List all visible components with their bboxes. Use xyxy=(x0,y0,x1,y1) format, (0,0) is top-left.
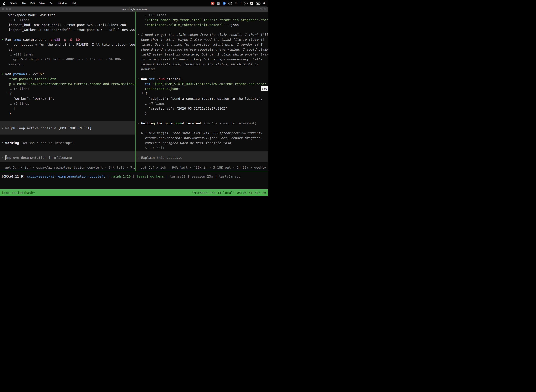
terminal-text-segment: … +7 lines xyxy=(145,102,165,105)
terminal-line: ↳ 1 new msg(s): read $OMX_TEAM_STATE_ROO… xyxy=(141,131,263,135)
terminal-text-segment: Waiting for backg xyxy=(141,121,174,125)
terminal-line: gpt-5.4 xhigh · essay/ai-reimplementatio… xyxy=(5,165,135,170)
zoom-button[interactable] xyxy=(9,8,11,10)
minimize-button[interactable] xyxy=(6,8,8,10)
menu-app-name[interactable]: Slack xyxy=(10,2,17,5)
terminal-content: workspace_mode: worktree… +9 linesinspec… xyxy=(0,12,268,196)
omx-hud-statusline: [OMX#0.11.9] cczip/essay/ai-reimplementa… xyxy=(0,174,268,179)
terminal-line: tasks/task-2.json" xyxy=(145,86,180,91)
terminal-text-segment: inspect_hud: omx sparkshell --tmux-pane … xyxy=(9,23,126,27)
right-pane[interactable]: … +16 lines'{"team_name":"my-team","task… xyxy=(136,12,268,171)
dots-grid-icon[interactable]: ⠿ xyxy=(235,2,237,5)
terminal-line: • Working (6m 38s • esc to interrupt) xyxy=(1,140,74,145)
terminal-line: should send a message before completing … xyxy=(141,47,268,52)
terminal-line: • Ran tmux capture-pane -t %25 -p -S -80 xyxy=(1,37,80,42)
terminal-text-segment: • xyxy=(1,72,5,76)
terminal-text-segment: session:23m xyxy=(191,175,213,178)
terminal-text-segment: (6m 38s • esc to interrupt) xyxy=(21,141,74,145)
pane-bottom-divider xyxy=(0,171,268,171)
terminal-text-segment: cat xyxy=(145,82,153,86)
menu-edit[interactable]: Edit xyxy=(30,2,35,5)
meter-61-icon[interactable]: 61 xyxy=(244,2,248,5)
blue-app-icon[interactable] xyxy=(223,2,226,5)
terminal-text-segment: | xyxy=(213,175,219,178)
terminal-text-segment: … +3 lines xyxy=(10,87,29,91)
menu-window[interactable]: Window xyxy=(58,2,67,5)
left-pane-content: workspace_mode: worktree… +9 linesinspec… xyxy=(0,12,135,171)
circle-app-icon[interactable] xyxy=(228,2,232,5)
menu-bar-left: Slack File Edit View Go Window Help xyxy=(0,2,77,5)
terminal-text-segment: I need to get the claim token from the c… xyxy=(141,33,268,37)
terminal-line: inspect task2's JSON, focusing on the st… xyxy=(141,62,258,67)
terminal-text-segment: › xyxy=(1,126,5,130)
terminal-text-segment: pipefail xyxy=(167,77,182,81)
terminal-line: "worker": "worker-1", xyxy=(13,96,54,101)
terminal-line: "subject": "send a concise recommendatio… xyxy=(149,96,262,101)
terminal-line: later. Using the same for transition mig… xyxy=(141,42,263,47)
terminal-text-segment: ] xyxy=(13,107,15,110)
terminal-line: • I need to get the claim token from the… xyxy=(137,32,268,37)
terminal-text-segment: set xyxy=(149,77,157,81)
terminal-window: omx --xhigh --madmax ⌥⌘1 workspace_mode:… xyxy=(0,6,268,196)
terminal-text-segment: | xyxy=(164,175,170,178)
terminal-text-segment: inspect task2's JSON, focusing on the st… xyxy=(141,62,258,66)
menu-go[interactable]: Go xyxy=(50,2,53,5)
apple-leaf-icon xyxy=(4,2,5,3)
menu-help[interactable]: Help xyxy=(72,2,77,5)
tmux-status-bar: [omx-cczip0:bash* "MacBook-Pro-44.local"… xyxy=(0,189,268,196)
terminal-text-segment: Ran xyxy=(5,72,13,76)
terminal-line: … +9 lines xyxy=(10,101,29,106)
terminal-text-segment: tasks/task-2.json" xyxy=(145,87,180,91)
screen-recording-stop-icon[interactable] xyxy=(211,2,214,5)
terminal-text-segment: python3 xyxy=(13,72,29,76)
apple-menu-icon[interactable] xyxy=(3,2,5,5)
terminal-line: › Explain this codebase xyxy=(137,155,182,160)
terminal-line: task2 after task1 is complete, but can I… xyxy=(141,52,268,57)
terminal-text-segment: } xyxy=(145,112,147,115)
screen-overlay-tooltip[interactable]: Scre xyxy=(261,86,268,91)
terminal-line: inspect_hud: omx sparkshell --tmux-pane … xyxy=(9,23,126,27)
menu-view[interactable]: View xyxy=(39,2,45,5)
terminal-text-segment: pending. xyxy=(141,67,157,71)
terminal-line: › Improve documentation in @filename xyxy=(1,155,72,160)
terminal-line: pending. xyxy=(141,67,157,72)
terminal-text-segment: 1 new msg(s): read $OMX_TEAM_STATE_ROOT/… xyxy=(145,131,262,135)
fan-icon[interactable]: ✱ xyxy=(263,2,266,5)
terminal-text-segment: --json xyxy=(227,23,239,27)
terminal-text-segment: gpt-5.4 xhigh · 94% left · 488K in · 5.1… xyxy=(141,166,268,169)
terminal-line: "completed","claim_token":"claim-token"}… xyxy=(145,23,239,27)
terminal-line: p = Path('.omx/state/team/review-current… xyxy=(9,81,135,86)
terminal-line: continue assigned work or next feasible … xyxy=(145,140,233,145)
terminal-text-segment: at xyxy=(9,48,12,51)
terminal-text-segment: "completed","claim_token":"claim-token"}… xyxy=(145,23,227,27)
left-pane[interactable]: workspace_mode: worktree… +9 linesinspec… xyxy=(0,12,135,171)
window-titlebar[interactable]: omx --xhigh --madmax ⌥⌘1 xyxy=(0,6,268,12)
terminal-line: gpt-5.4 xhigh · 94% left · 488K in · 5.1… xyxy=(13,57,125,62)
menu-file[interactable]: File xyxy=(21,2,26,5)
terminal-line: inspect_worker-1: omx sparkshell --tmux-… xyxy=(9,27,135,32)
terminal-line: } xyxy=(9,111,11,116)
terminal-text-segment: ↳ xyxy=(141,131,145,135)
app-8-icon[interactable]: 8 xyxy=(240,2,241,5)
terminal-text-segment: Explain this codebase xyxy=(141,156,182,159)
terminal-line: • Waiting for background terminal (3m 46… xyxy=(137,121,257,126)
close-button[interactable] xyxy=(2,8,4,10)
input-source-icon[interactable]: A xyxy=(250,2,254,5)
terminal-text-segment: … +9 lines xyxy=(10,18,29,22)
terminal-text-segment: -euo xyxy=(157,77,167,81)
terminal-text-segment: └ xyxy=(6,92,10,96)
terminal-text-segment: be necessary for the end of the README. … xyxy=(8,43,135,46)
battery-icon[interactable] xyxy=(256,2,260,5)
terminal-line: … +7 lines xyxy=(145,101,165,106)
terminal-text-segment: … +110 lines xyxy=(10,52,33,56)
terminal-line: └ { xyxy=(141,91,147,96)
terminal-text-segment: inspect_worker-1: omx sparkshell --tmux-… xyxy=(9,28,135,32)
terminal-text-segment: turns:20 xyxy=(170,175,186,178)
terminal-text-segment: is in progress? It seems likely but perh… xyxy=(141,57,263,61)
terminal-line: workspace_mode: worktree xyxy=(9,13,55,18)
terminal-line: keep that in mind. Maybe I also need the… xyxy=(141,37,264,42)
terminal-text-segment: Ran xyxy=(141,77,149,81)
terminal-text-segment: | xyxy=(131,175,136,178)
terminal-line: at xyxy=(9,47,12,52)
window-grid-icon[interactable]: ▦ xyxy=(217,2,220,5)
